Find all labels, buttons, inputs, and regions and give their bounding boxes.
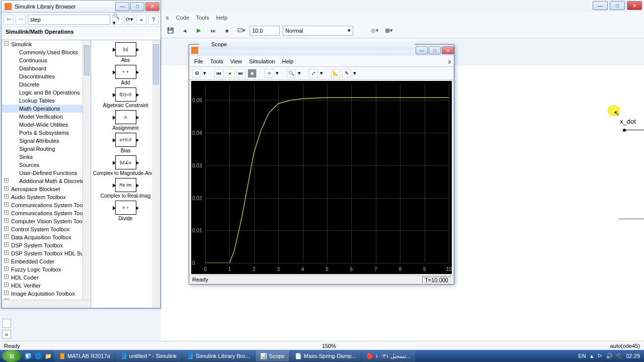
scope-title-bar[interactable]: Scope — □ ✕ — [189, 45, 454, 56]
run-icon[interactable]: ● — [225, 69, 234, 78]
tree-item[interactable]: +Communications System Toolb — [2, 201, 91, 209]
tree-item[interactable]: Model-Wide Utilities — [2, 121, 91, 129]
tree-item[interactable]: Math Operations — [2, 105, 91, 113]
menu-item[interactable]: File — [194, 58, 203, 64]
minimize-button[interactable]: — — [416, 46, 428, 54]
tree-item[interactable]: Model Verification — [2, 113, 91, 121]
settings-icon[interactable]: ⚙ — [192, 69, 201, 78]
taskbar-item[interactable]: 📊Scope — [256, 350, 289, 361]
tree-item[interactable]: Sources — [2, 161, 91, 169]
tree-item[interactable]: +Computer Vision System Toolb — [2, 217, 91, 225]
clock[interactable]: 02:29 — [626, 353, 640, 359]
tree-item[interactable]: Lookup Tables — [2, 97, 91, 105]
maximize-button[interactable]: □ — [429, 46, 441, 54]
scrollbar[interactable] — [83, 40, 91, 308]
library-block[interactable]: × ÷Divide — [91, 201, 160, 221]
tree-item[interactable]: Continuous — [2, 56, 91, 64]
taskbar-item[interactable]: 📘Simulink Library Bro... — [182, 350, 255, 361]
step-fwd-icon[interactable]: ⏭ — [236, 69, 246, 78]
stop-icon[interactable]: ■ — [221, 25, 232, 36]
menu-item[interactable]: View — [230, 58, 242, 64]
refresh-icon[interactable]: ⟳▾ — [124, 15, 134, 25]
tray-icon[interactable]: ▲ — [589, 353, 595, 359]
dropdown-icon[interactable]: 🗠▾ — [235, 25, 247, 36]
tree-item[interactable]: +Additional Math & Discrete — [2, 177, 91, 185]
maximize-button[interactable]: □ — [610, 1, 625, 10]
run-icon[interactable]: ▶ — [193, 25, 204, 36]
more-icon[interactable]: » — [136, 15, 146, 25]
tree-item[interactable]: +Communications System Toolb — [2, 209, 91, 217]
close-button[interactable]: ✕ — [627, 1, 642, 10]
tree-item[interactable]: +DSP System Toolbox — [2, 241, 91, 249]
menu-item[interactable]: Help — [282, 58, 293, 64]
tree-item[interactable]: +DSP System Toolbox HDL Sup — [2, 249, 91, 257]
library-block[interactable]: u+0.0Bias — [91, 133, 160, 153]
scope-plot[interactable]: 01234567891000.010.020.030.040.05 — [191, 81, 452, 274]
stop-time-field[interactable] — [250, 26, 280, 36]
grid-icon[interactable]: ▦▾ — [383, 25, 394, 36]
tree-item[interactable]: Logic and Bit Operations — [2, 88, 91, 97]
scrollbar[interactable] — [152, 40, 160, 308]
lib-tree[interactable]: −SimulinkCommonly Used BlocksContinuousD… — [2, 40, 91, 308]
zoom-icon[interactable]: 🔍 — [287, 69, 296, 78]
annotate-icon[interactable]: ✎ — [342, 69, 351, 78]
menu-item[interactable]: Tools — [196, 15, 209, 21]
back-button[interactable]: ⇦ — [4, 15, 14, 25]
tree-item[interactable]: User-Defined Functions — [2, 169, 91, 177]
highlight-icon[interactable]: ✧ — [265, 69, 274, 78]
tree-item[interactable]: Sinks — [2, 153, 91, 161]
back-icon[interactable]: ◄ — [179, 25, 190, 36]
tree-item[interactable]: +Aerospace Blockset — [2, 185, 91, 193]
menu-item[interactable]: Code — [176, 15, 189, 21]
tree-item[interactable]: Signal Attributes — [2, 137, 91, 145]
start-button[interactable]: ⊞ — [2, 350, 21, 362]
tree-item[interactable]: +Fuzzy Logic Toolbox — [2, 265, 91, 274]
simulation-mode-select[interactable]: Normal▾ — [283, 26, 353, 36]
pinned-icon[interactable]: 📁 — [43, 351, 53, 361]
tree-item[interactable]: Discontinuities — [2, 72, 91, 80]
panel-icon[interactable] — [2, 319, 11, 328]
library-block[interactable]: AAssignment — [91, 110, 160, 131]
search-button[interactable]: 🔍▾ — [112, 15, 122, 25]
tree-item[interactable]: Discrete — [2, 80, 91, 88]
tree-item[interactable]: +Embedded Coder — [2, 257, 91, 265]
step-fwd-icon[interactable]: ⏭ — [207, 25, 218, 36]
tree-item[interactable]: +HDL Verifier — [2, 282, 91, 290]
tray-icon[interactable]: 🔌 — [616, 353, 623, 359]
taskbar-item[interactable]: 🔴تسجيل ١٠:٣١... — [362, 350, 415, 361]
menu-item[interactable]: Help — [216, 15, 227, 21]
menu-item[interactable]: Simulation — [249, 58, 275, 64]
taskbar-item[interactable]: 📙MATLAB R2017a — [54, 350, 115, 361]
save-icon[interactable]: 💾 — [165, 25, 176, 36]
search-input[interactable] — [28, 15, 110, 25]
target-icon[interactable]: ◎▾ — [369, 25, 380, 36]
tree-item[interactable]: +Audio System Toolbox — [2, 193, 91, 201]
step-back-icon[interactable]: ⏮ — [214, 69, 223, 78]
autoscale-icon[interactable]: ⤢ — [309, 69, 318, 78]
lib-blocks-pane[interactable]: |u|Abs+ +Addf(z)=0Algebraic ConstraintAA… — [91, 40, 160, 308]
taskbar-item[interactable]: 📘untitled * - Simulink — [116, 350, 181, 361]
library-block[interactable]: f(z)=0Algebraic Constraint — [91, 87, 160, 108]
library-block[interactable]: |u|Abs — [91, 42, 160, 63]
stop-icon[interactable]: ■ — [248, 69, 257, 78]
tree-item[interactable]: Signal Routing — [2, 145, 91, 153]
h-scrollbar[interactable] — [2, 300, 91, 308]
library-block[interactable]: |u|∠uComplex to Magnitude-Angle — [91, 155, 160, 176]
tray-icon[interactable]: 🏳 — [597, 353, 603, 359]
pinned-icon[interactable]: 🧊 — [23, 351, 33, 361]
tree-item[interactable]: −Simulink — [2, 40, 91, 48]
minimize-button[interactable]: — — [593, 1, 608, 10]
expand-button[interactable]: » — [2, 330, 11, 339]
tree-item[interactable]: +HDL Coder — [2, 274, 91, 282]
menu-item[interactable]: Tools — [210, 58, 223, 64]
tree-item[interactable]: Commonly Used Blocks — [2, 48, 91, 56]
menu-item[interactable]: s — [166, 15, 169, 21]
measure-icon[interactable]: 📐 — [331, 69, 340, 78]
tray-icon[interactable]: 🔊 — [606, 353, 613, 359]
help-icon[interactable]: ? — [148, 15, 158, 25]
minimize-button[interactable]: — — [115, 2, 129, 11]
tree-item[interactable]: +Data Acquisition Toolbox — [2, 233, 91, 241]
system-tray[interactable]: EN ▲ 🏳 🔊 🔌 02:29 — [578, 353, 644, 359]
close-button[interactable]: ✕ — [145, 2, 159, 11]
tree-item[interactable]: +Control System Toolbox — [2, 225, 91, 233]
